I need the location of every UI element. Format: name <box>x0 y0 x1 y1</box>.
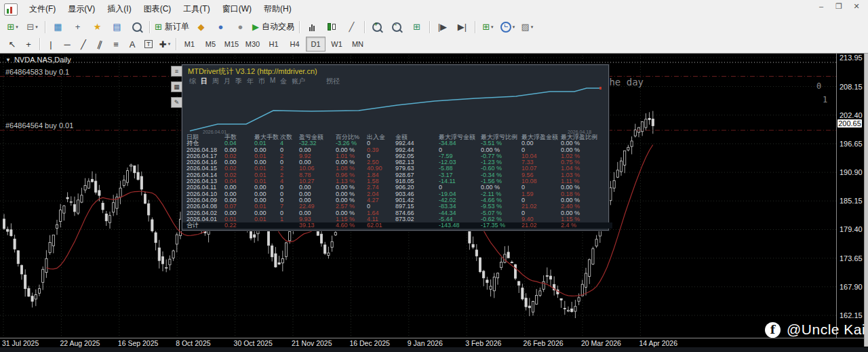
crosshair-tool[interactable]: + <box>20 37 37 52</box>
minimize-button[interactable]: – <box>816 2 826 11</box>
menu-item[interactable]: 文件(F) <box>23 0 62 18</box>
table-row: 合计0.2239.134.60 %62.01-143.48-17.35 %21.… <box>182 222 612 229</box>
add-indicator-button[interactable]: ⊞▾ <box>478 19 498 35</box>
indicators-button[interactable]: ◆ <box>191 19 211 35</box>
timeframe-D1[interactable]: D1 <box>306 37 326 52</box>
bar-chart-mode-button[interactable] <box>302 19 322 35</box>
zoom-in-button[interactable]: + <box>368 19 387 35</box>
mtdriver-panel[interactable]: MTDriver统计 V3.12 (http://mtdriver.cn) 综日… <box>182 64 609 231</box>
date-tick-label: 31 Jul 2025 <box>2 339 39 347</box>
line-chart-mode-button[interactable]: ╱ <box>342 19 361 35</box>
timeframe-M1[interactable]: M1 <box>180 37 199 52</box>
chart-shift-button[interactable]: ▶| <box>452 19 472 35</box>
horizontal-line-tool[interactable]: ─ <box>59 37 75 52</box>
panel-side-buttons: ≡▦✎ <box>171 66 182 113</box>
panel-tab-日[interactable]: 日 <box>201 77 208 86</box>
glyph-icon: ⊞ <box>482 22 490 31</box>
autotrading-label: 自动交易 <box>262 21 294 33</box>
panel-tab-季[interactable]: 季 <box>235 77 242 86</box>
table-cell: 0.22 <box>224 222 254 229</box>
dropdown-caret-icon: ▾ <box>16 24 18 30</box>
glyph-icon: ▦ <box>54 22 62 31</box>
price-tick-label: 173.65 <box>837 254 865 262</box>
timeframe-W1[interactable]: W1 <box>327 37 347 52</box>
price-axis[interactable]: 200.65 213.95208.15202.40196.65190.90185… <box>836 53 864 338</box>
table-cell: -17.35 % <box>481 222 521 229</box>
arrows-tool[interactable]: ✚▾ <box>157 37 173 52</box>
new-chart-button[interactable]: ⊞▾ <box>3 19 22 35</box>
close-button[interactable]: ✕ <box>852 2 861 11</box>
timeframe-M5[interactable]: M5 <box>201 37 220 52</box>
menu-item[interactable]: 显示(V) <box>62 0 101 18</box>
menu-item[interactable]: 工具(T) <box>177 0 216 18</box>
autotrading-button[interactable]: ▶自动交易 <box>250 19 296 35</box>
trendline-tool[interactable]: ╱ <box>75 37 92 52</box>
cursor-icon: ↖ <box>9 39 16 50</box>
menu-item[interactable]: 窗口(W) <box>216 0 258 18</box>
panel-tab-年[interactable]: 年 <box>247 77 254 86</box>
sounds-button[interactable]: ● <box>231 19 250 35</box>
panel-mini-button[interactable]: ✎ <box>171 97 182 108</box>
timeframe-H1[interactable]: H1 <box>264 37 283 52</box>
panel-tab-金[interactable]: 金 <box>280 77 287 86</box>
table-cell: 合计 <box>186 222 224 229</box>
panel-tab-账户[interactable]: 账户 <box>292 77 305 86</box>
panel-tab-周[interactable]: 周 <box>212 77 219 86</box>
panel-mini-button[interactable]: ≡ <box>171 66 182 77</box>
vertical-line-tool[interactable]: | <box>43 37 59 52</box>
facebook-icon: f <box>765 322 781 338</box>
candle-chart-mode-button[interactable] <box>322 19 342 35</box>
equidistant-channel-tool[interactable]: ∥ <box>92 37 108 52</box>
menu-item[interactable]: 帮助(H) <box>258 0 298 18</box>
accounts-button[interactable]: ● <box>211 19 231 35</box>
market-watch-button[interactable]: ▦ <box>48 19 68 35</box>
toolbar-separator <box>45 21 45 33</box>
panel-mini-button[interactable]: ▦ <box>171 81 182 92</box>
panel-tab-extra[interactable]: 拐径 <box>326 77 340 86</box>
restore-button[interactable]: ❐ <box>834 2 844 11</box>
menu-item[interactable]: 图表(C) <box>138 0 178 18</box>
app-icon <box>4 3 18 16</box>
fibonacci-tool[interactable]: ≡ <box>108 37 124 52</box>
toolbar-separator <box>429 21 430 33</box>
statistics-table: 日期手数最大手数次数盈亏金额百分比%出入金金额最大浮亏金额最大浮亏比例最大浮盈金… <box>186 134 604 229</box>
timeframe-MN[interactable]: MN <box>348 37 368 52</box>
cursor-tool[interactable]: ↖ <box>4 37 20 52</box>
zoom-out-button[interactable]: - <box>387 19 407 35</box>
timeframe-M15[interactable]: M15 <box>222 37 241 52</box>
date-tick-label: 21 Nov 2025 <box>292 339 332 347</box>
date-axis[interactable]: 31 Jul 202522 Aug 202516 Sep 20258 Oct 2… <box>0 338 868 347</box>
timeframe-H4[interactable]: H4 <box>285 37 304 52</box>
toolbar-separator <box>149 21 150 33</box>
profiles-button[interactable]: ⊟▾ <box>22 19 42 35</box>
symbol-label: NVDA.NAS,Daily <box>14 56 71 64</box>
dropdown-caret-icon: ▾ <box>513 24 515 30</box>
templates-button[interactable]: ▨▾ <box>517 19 537 35</box>
periodicity-button[interactable]: ▾ <box>498 19 517 35</box>
timeframe-M30[interactable]: M30 <box>243 37 262 52</box>
text-label-tool[interactable]: T <box>140 37 157 52</box>
strategy-tester-button[interactable] <box>127 19 146 35</box>
navigator-button[interactable]: ★ <box>87 19 107 35</box>
timeframe-switcher: M1M5M15M30H1H4D1W1MN <box>179 37 368 52</box>
glyph-icon: ⊟ <box>26 22 34 31</box>
menu-item[interactable]: 插入(I) <box>101 0 137 18</box>
data-window-button[interactable]: + <box>68 19 87 35</box>
chart-symbol-tab[interactable]: ▼ NVDA.NAS,Daily <box>5 56 71 64</box>
price-tick-label: 202.40 <box>837 111 865 119</box>
panel-tab-币[interactable]: 币 <box>258 77 265 86</box>
terminal-button[interactable]: ▤ <box>107 19 127 35</box>
panel-tab-M[interactable]: M <box>270 77 275 86</box>
panel-title: MTDriver统计 V3.12 (http://mtdriver.cn) <box>188 66 317 77</box>
new-order-button[interactable]: ⊞新订单 <box>153 19 191 35</box>
date-tick-label: 16 Sep 2025 <box>118 339 159 347</box>
date-tick-label: 22 Aug 2025 <box>60 339 100 347</box>
auto-scroll-button[interactable]: |▶ <box>433 19 452 35</box>
right-scrollbar[interactable] <box>864 53 868 347</box>
panel-tab-综[interactable]: 综 <box>189 77 196 86</box>
equity-curve-chart: 2026.04.01 2026.04.18 <box>189 86 601 135</box>
tile-windows-button[interactable]: ⊞ <box>407 19 427 35</box>
dropdown-caret-icon: ▾ <box>491 24 494 30</box>
text-tool[interactable]: A <box>124 37 140 52</box>
panel-tab-月[interactable]: 月 <box>224 77 231 86</box>
